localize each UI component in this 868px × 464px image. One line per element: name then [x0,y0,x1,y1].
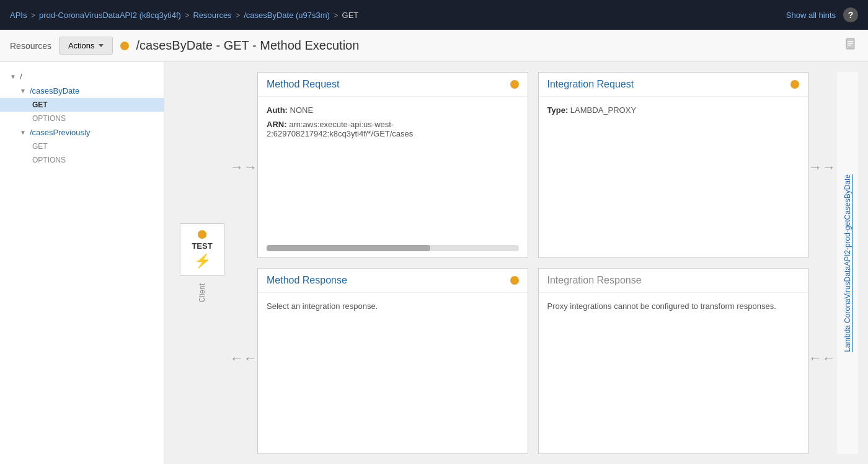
resources-label: Resources [10,41,51,51]
nav-api-name[interactable]: prod-CoronaVirusDataAPI2 (k8cq3yti4f) [39,11,181,20]
svg-rect-1 [848,41,853,42]
integration-request-dot [790,80,799,89]
cards-grid: Method Request Auth: NONE ARN: arn:aws:e… [257,72,808,454]
top-nav-bar: APIs > prod-CoronaVirusDataAPI2 (k8cq3yt… [0,0,868,30]
integration-response-text: Proxy integrations cannot be configured … [547,301,776,311]
sidebar-item-root[interactable]: ▼ / [0,69,164,84]
method-request-scrollbar [267,245,519,251]
arn-row: ARN: arn:aws:execute-api:us-west-2:62970… [267,120,519,138]
method-response-card[interactable]: Method Response Select an integration re… [257,268,528,454]
right-label-text[interactable]: Lambda CoronaVirusDataAPI2-prod-getCases… [843,174,852,352]
arrow-right-1: → [230,159,257,176]
arrow-col-1: → ← [230,72,257,454]
nav-sep1: > [30,11,35,20]
sub-header: Resources Actions /casesByDate - GET - M… [0,30,868,62]
integration-request-header: Integration Request [539,73,808,97]
header-orange-dot [120,42,129,50]
client-section: TEST ⚡ Client [174,72,230,454]
actions-caret [99,44,104,47]
method-response-text: Select an integration response. [267,301,378,311]
integration-response-card[interactable]: Integration Response Proxy integrations … [538,268,809,454]
integration-response-title: Integration Response [547,275,642,286]
right-label-col: Lambda CoronaVirusDataAPI2-prod-getCases… [836,72,858,454]
arn-label: ARN: [267,120,289,129]
arrow-col-2: → ← [808,72,836,454]
sidebar-item-get2[interactable]: GET [0,140,164,153]
nav-cases-link[interactable]: /casesByDate (u97s3m) [244,11,330,20]
doc-icon [844,37,858,54]
integration-request-card[interactable]: Integration Request Type: LAMBDA_PROXY [538,72,809,258]
auth-row: Auth: NONE [267,105,519,115]
arrow-left-2: ← [808,350,836,367]
client-label: Client [198,283,206,303]
nav-sep4: > [334,11,339,20]
arn-value: arn:aws:execute-api:us-west-2:6297082179… [267,120,413,138]
content-area: TEST ⚡ Client → ← Method Request [164,62,868,464]
integration-response-body: Proxy integrations cannot be configured … [539,293,808,453]
method-response-dot [510,276,519,285]
nav-sep3: > [236,11,241,20]
method-request-body: Auth: NONE ARN: arn:aws:execute-api:us-w… [258,97,528,245]
scrollbar-thumb [267,245,430,251]
sidebar-item-get[interactable]: GET [0,98,164,112]
auth-value: NONE [290,105,314,115]
nav-sep2: > [185,11,190,20]
type-row: Type: LAMBDA_PROXY [547,105,800,115]
nav-resources-link[interactable]: Resources [193,11,231,20]
method-response-title: Method Response [267,275,347,286]
svg-rect-3 [848,45,851,46]
svg-rect-2 [848,43,853,44]
method-request-dot [510,80,519,89]
integration-response-header: Integration Response [539,269,808,293]
actions-button[interactable]: Actions [59,37,113,55]
flow-container: TEST ⚡ Client → ← Method Request [174,72,858,454]
lightning-icon: ⚡ [194,253,211,269]
sidebar: ▼ / ▼ /casesByDate GET OPTIONS ▼ /casesP… [0,62,164,464]
integration-request-title: Integration Request [547,79,634,90]
show-hints-button[interactable]: Show all hints [786,11,836,20]
help-button[interactable]: ? [843,7,858,22]
test-orange-dot [198,230,206,239]
main-layout: ▼ / ▼ /casesByDate GET OPTIONS ▼ /casesP… [0,62,868,464]
nav-method: GET [342,11,359,20]
method-response-header: Method Response [258,269,528,293]
sidebar-item-casesByDate[interactable]: ▼ /casesByDate [0,84,164,98]
method-request-card[interactable]: Method Request Auth: NONE ARN: arn:aws:e… [257,72,528,258]
auth-label: Auth: [267,105,290,115]
root-triangle: ▼ [10,73,16,80]
type-label: Type: [547,105,570,115]
sidebar-item-options[interactable]: OPTIONS [0,112,164,125]
arrow-right-2: → [808,159,836,176]
page-title: /casesByDate - GET - Method Execution [136,38,360,53]
method-request-title: Method Request [267,79,339,90]
nav-apis-link[interactable]: APIs [10,11,27,20]
arrow-left-1: ← [230,350,257,367]
integration-request-body: Type: LAMBDA_PROXY [539,97,808,257]
top-nav-right: Show all hints ? [786,7,858,22]
test-box[interactable]: TEST ⚡ [180,223,224,276]
casesByDate-triangle: ▼ [20,87,26,94]
casesPreviously-triangle: ▼ [20,129,26,136]
method-response-body: Select an integration response. [258,293,528,453]
type-value: LAMBDA_PROXY [570,105,636,115]
sidebar-item-options2[interactable]: OPTIONS [0,153,164,167]
sidebar-item-casesPreviously[interactable]: ▼ /casesPreviously [0,125,164,140]
method-request-header: Method Request [258,73,528,97]
test-label: TEST [192,241,212,251]
